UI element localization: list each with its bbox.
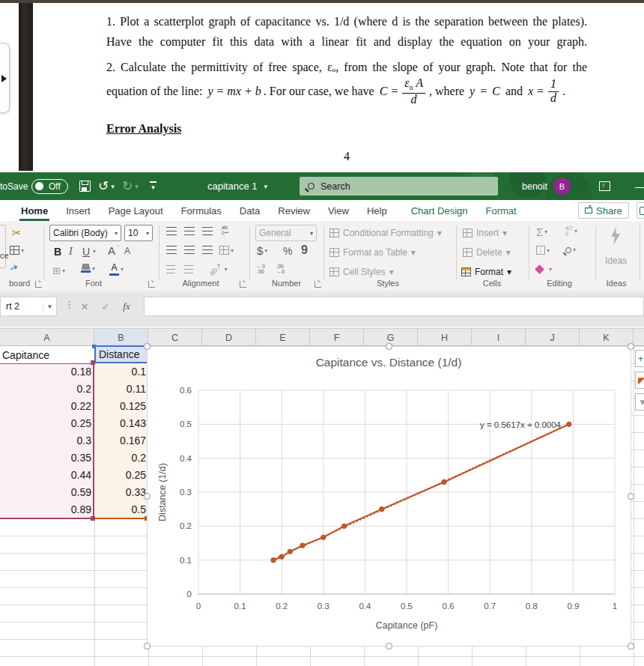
number-format-combo[interactable]: General▾: [255, 225, 317, 241]
fill-button[interactable]: ↓▾: [536, 246, 550, 255]
chart-selection-handle[interactable]: [144, 493, 151, 500]
range-handle[interactable]: [91, 516, 95, 521]
align-top-button[interactable]: [166, 227, 177, 235]
cell-capitance[interactable]: 0.22: [0, 398, 91, 415]
decrease-decimal-button[interactable]: .00→0: [276, 264, 285, 274]
minimize-button[interactable]: —: [635, 172, 644, 200]
cell-distance[interactable]: 0.11: [94, 381, 146, 398]
chart-selection-handle[interactable]: [628, 343, 634, 350]
find-select-button[interactable]: ▾: [565, 246, 576, 253]
name-box[interactable]: rt 2▼: [0, 297, 57, 316]
italic-button[interactable]: I: [69, 246, 73, 258]
copy-button[interactable]: ▾: [10, 246, 24, 255]
chart[interactable]: 00.10.20.30.40.50.60.70.80.9100.10.20.30…: [147, 346, 631, 647]
column-header-f[interactable]: F: [310, 329, 364, 346]
merge-center-button[interactable]: ▾: [219, 246, 234, 255]
chart-elements-button[interactable]: +: [635, 350, 644, 367]
orientation-button[interactable]: ab↗▾: [208, 265, 228, 273]
workbook-title[interactable]: capitance 1▾: [196, 172, 279, 200]
delete-cells-button[interactable]: Delete▾: [463, 247, 511, 258]
column-header-j[interactable]: J: [526, 329, 580, 346]
tab-chart-design[interactable]: Chart Design: [402, 200, 477, 221]
redo-button[interactable]: ↻▾: [122, 172, 139, 200]
chart-selection-handle[interactable]: [144, 343, 151, 350]
tab-help[interactable]: Help: [358, 200, 396, 221]
chart-styles-button[interactable]: ◤: [635, 372, 644, 389]
formula-input[interactable]: [144, 297, 644, 316]
comma-style-button[interactable]: 9: [301, 243, 308, 257]
search-input[interactable]: Search: [300, 177, 498, 196]
tab-format[interactable]: Format: [477, 200, 526, 221]
column-header-c[interactable]: C: [148, 329, 202, 346]
cell-a1-capitance-header[interactable]: Capitance: [0, 346, 94, 363]
cell-styles-button[interactable]: Cell Styles▾: [329, 267, 394, 277]
cut-button[interactable]: ✂: [12, 226, 22, 240]
ribbon-display-options-button[interactable]: [599, 172, 610, 200]
shrink-font-button[interactable]: Aˇ: [124, 246, 134, 256]
clipboard-dialog-launcher[interactable]: [35, 281, 42, 288]
sidebar-expand-panel[interactable]: [0, 43, 10, 113]
bold-button[interactable]: B: [54, 246, 61, 258]
cell-capitance[interactable]: 0.3: [0, 432, 91, 449]
ideas-button[interactable]: [610, 227, 622, 245]
fill-color-button[interactable]: ▾: [81, 264, 95, 273]
underline-dropdown[interactable]: ▾: [93, 248, 96, 255]
sheet-grid[interactable]: Capitance Distance 0.180.10.20.110.220.1…: [0, 346, 644, 666]
tab-view[interactable]: View: [319, 200, 358, 221]
format-cells-button[interactable]: Format▾: [461, 267, 511, 277]
cell-capitance[interactable]: 0.25: [0, 415, 91, 432]
alignment-dialog-launcher[interactable]: [240, 281, 246, 288]
font-color-button[interactable]: A▾: [109, 262, 124, 276]
column-header-i[interactable]: I: [472, 329, 526, 346]
undo-button[interactable]: ↺▾: [98, 172, 115, 200]
format-painter-button[interactable]: [10, 265, 18, 270]
cell-distance[interactable]: 0.33: [94, 484, 146, 501]
align-left-button[interactable]: [166, 246, 177, 254]
range-handle[interactable]: [91, 360, 95, 365]
wrap-text-button[interactable]: abc↩: [222, 225, 228, 235]
font-name-combo[interactable]: Calibri (Body)▾: [49, 225, 121, 241]
align-middle-button[interactable]: [184, 227, 195, 235]
percent-button[interactable]: %: [283, 245, 292, 257]
cell-capitance[interactable]: 0.2: [0, 381, 91, 398]
currency-button[interactable]: $▾: [257, 244, 267, 257]
cell-distance[interactable]: 0.167: [94, 432, 146, 449]
customize-quick-access-button[interactable]: ▾: [150, 172, 157, 200]
cell-capitance[interactable]: 0.44: [0, 467, 91, 484]
insert-function-button[interactable]: fx: [117, 297, 136, 316]
increase-decimal-button[interactable]: ←0.00: [257, 264, 265, 274]
cell-capitance[interactable]: 0.18: [0, 363, 91, 381]
avatar[interactable]: B: [553, 178, 571, 195]
align-right-button[interactable]: [202, 246, 213, 254]
cell-distance[interactable]: 0.25: [94, 467, 146, 484]
align-bottom-button[interactable]: [202, 227, 213, 235]
column-header-b[interactable]: B: [94, 329, 148, 346]
chart-selection-handle[interactable]: [386, 643, 392, 650]
sort-filter-button[interactable]: A▽Z ▾: [565, 225, 577, 236]
cell-distance[interactable]: 0.143: [94, 415, 146, 432]
font-size-combo[interactable]: 10▾: [124, 225, 153, 241]
tab-insert[interactable]: Insert: [57, 200, 100, 221]
cell-b1-distance-header[interactable]: Distance: [94, 345, 148, 363]
chart-selection-handle[interactable]: [628, 643, 634, 650]
comments-button[interactable]: [637, 202, 644, 219]
paste-button[interactable]: [0, 225, 6, 268]
tab-data[interactable]: Data: [231, 200, 269, 221]
insert-cells-button[interactable]: Insert▾: [463, 228, 507, 238]
cell-capitance[interactable]: 0.89: [0, 501, 91, 518]
font-dialog-launcher[interactable]: [148, 281, 155, 288]
column-header-h[interactable]: H: [418, 329, 472, 346]
cell-capitance[interactable]: 0.35: [0, 449, 91, 467]
cell-distance[interactable]: 0.5: [94, 501, 146, 518]
range-handle[interactable]: [92, 345, 96, 348]
chart-selection-handle[interactable]: [628, 493, 634, 500]
column-header-k[interactable]: K: [580, 329, 634, 346]
save-button[interactable]: [79, 172, 91, 200]
autosum-button[interactable]: Σ▾: [536, 225, 547, 238]
align-center-button[interactable]: [184, 246, 195, 254]
underline-button[interactable]: U: [82, 246, 90, 258]
tab-formulas[interactable]: Formulas: [172, 200, 231, 221]
column-header-a[interactable]: A: [0, 329, 94, 346]
cancel-button[interactable]: ✕: [75, 297, 94, 316]
enter-button[interactable]: ✓: [96, 297, 115, 316]
